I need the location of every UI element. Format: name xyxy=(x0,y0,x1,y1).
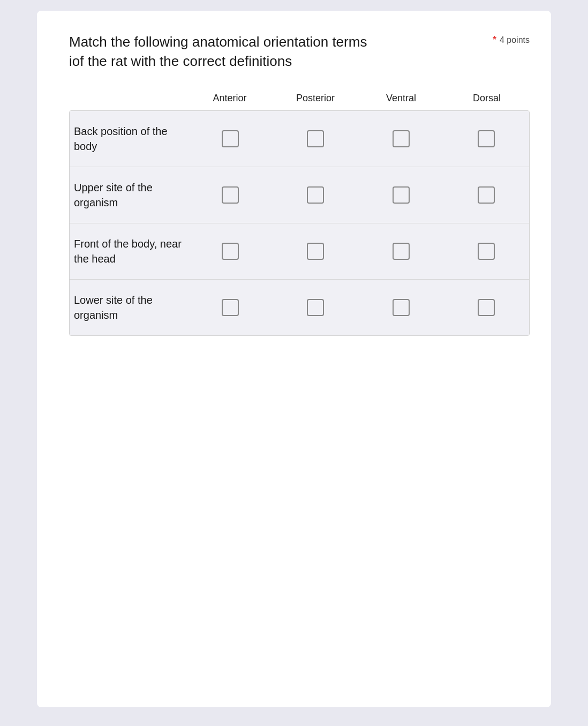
checkbox-4-dorsal[interactable] xyxy=(478,299,495,316)
checkbox-1-ventral[interactable] xyxy=(393,130,410,147)
checkbox-2-dorsal[interactable] xyxy=(478,186,495,204)
checkbox-cell-2-ventral xyxy=(358,186,444,204)
col-header-dorsal: Dorsal xyxy=(444,93,530,104)
checkbox-cell-1-ventral xyxy=(358,130,444,147)
table-row: Upper site of the organism xyxy=(70,167,529,223)
question-text: Match the following anatomical orientati… xyxy=(69,32,380,71)
checkbox-cell-4-anterior xyxy=(187,299,273,316)
required-asterisk: * xyxy=(493,34,496,46)
col-header-ventral: Ventral xyxy=(358,93,444,104)
checkbox-4-posterior[interactable] xyxy=(307,299,324,316)
checkbox-cell-3-posterior xyxy=(273,243,359,260)
checkbox-4-ventral[interactable] xyxy=(393,299,410,316)
checkbox-3-ventral[interactable] xyxy=(393,243,410,260)
row-label-3: Front of the body, near the head xyxy=(70,236,187,266)
table-row: Back position of the body xyxy=(70,111,529,167)
row-label-2: Upper site of the organism xyxy=(70,180,187,210)
question-card: Match the following anatomical orientati… xyxy=(37,11,551,707)
checkbox-cell-3-anterior xyxy=(187,243,273,260)
checkbox-cell-3-dorsal xyxy=(444,243,530,260)
checkbox-cell-2-anterior xyxy=(187,186,273,204)
checkbox-3-dorsal[interactable] xyxy=(478,243,495,260)
checkbox-2-anterior[interactable] xyxy=(222,186,239,204)
checkbox-cell-3-ventral xyxy=(358,243,444,260)
checkbox-cell-1-posterior xyxy=(273,130,359,147)
checkbox-cell-2-posterior xyxy=(273,186,359,204)
checkbox-1-posterior[interactable] xyxy=(307,130,324,147)
table-row: Lower site of the organism xyxy=(70,280,529,335)
checkbox-1-dorsal[interactable] xyxy=(478,130,495,147)
checkbox-1-anterior[interactable] xyxy=(222,130,239,147)
question-header: Match the following anatomical orientati… xyxy=(69,32,530,71)
row-label-1: Back position of the body xyxy=(70,124,187,154)
points-label: 4 points xyxy=(500,35,530,45)
checkbox-2-ventral[interactable] xyxy=(393,186,410,204)
checkbox-2-posterior[interactable] xyxy=(307,186,324,204)
table-row: Front of the body, near the head xyxy=(70,223,529,280)
col-header-empty xyxy=(69,93,187,104)
checkbox-cell-4-dorsal xyxy=(444,299,530,316)
points-badge: * 4 points xyxy=(493,34,530,46)
checkbox-4-anterior[interactable] xyxy=(222,299,239,316)
checkbox-cell-1-dorsal xyxy=(444,130,530,147)
checkbox-cell-2-dorsal xyxy=(444,186,530,204)
row-label-4: Lower site of the organism xyxy=(70,293,187,323)
column-headers: Anterior Posterior Ventral Dorsal xyxy=(69,93,530,110)
col-header-anterior: Anterior xyxy=(187,93,273,104)
answer-table: Back position of the body Upper site of … xyxy=(69,110,530,336)
checkbox-3-posterior[interactable] xyxy=(307,243,324,260)
checkbox-3-anterior[interactable] xyxy=(222,243,239,260)
checkbox-cell-4-posterior xyxy=(273,299,359,316)
col-header-posterior: Posterior xyxy=(273,93,358,104)
checkbox-cell-4-ventral xyxy=(358,299,444,316)
checkbox-cell-1-anterior xyxy=(187,130,273,147)
